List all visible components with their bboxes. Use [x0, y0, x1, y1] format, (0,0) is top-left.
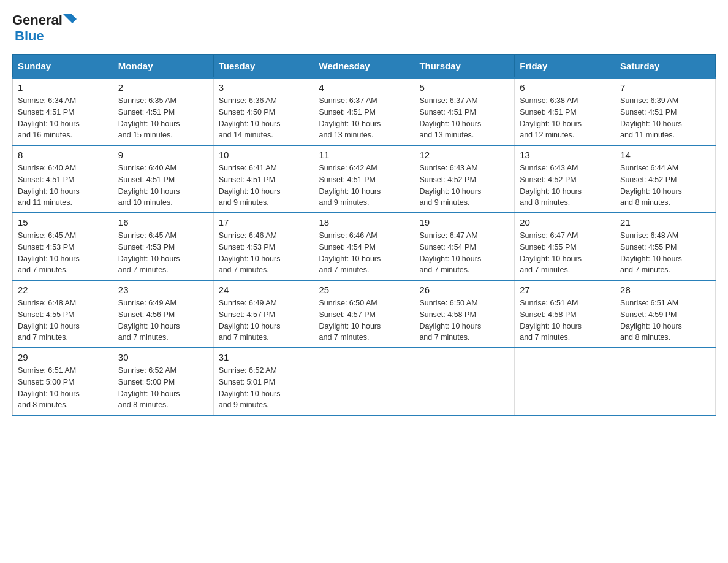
day-info: Sunrise: 6:50 AM Sunset: 4:57 PM Dayligh…: [319, 297, 409, 343]
header-thursday: Thursday: [414, 55, 515, 79]
header-monday: Monday: [113, 55, 213, 79]
day-number: 16: [118, 217, 208, 228]
day-cell: [314, 348, 414, 415]
day-number: 4: [319, 82, 409, 93]
day-info: Sunrise: 6:40 AM Sunset: 4:51 PM Dayligh…: [118, 163, 208, 209]
day-info: Sunrise: 6:47 AM Sunset: 4:55 PM Dayligh…: [520, 230, 610, 276]
week-row-1: 1 Sunrise: 6:34 AM Sunset: 4:51 PM Dayli…: [13, 78, 716, 145]
week-row-5: 29 Sunrise: 6:51 AM Sunset: 5:00 PM Dayl…: [13, 348, 716, 415]
day-number: 5: [419, 82, 509, 93]
day-cell: 5 Sunrise: 6:37 AM Sunset: 4:51 PM Dayli…: [414, 78, 515, 145]
day-info: Sunrise: 6:45 AM Sunset: 4:53 PM Dayligh…: [18, 230, 108, 276]
day-info: Sunrise: 6:51 AM Sunset: 4:59 PM Dayligh…: [620, 297, 710, 343]
calendar-header-row: SundayMondayTuesdayWednesdayThursdayFrid…: [13, 55, 716, 79]
day-cell: 28 Sunrise: 6:51 AM Sunset: 4:59 PM Dayl…: [615, 280, 716, 348]
day-info: Sunrise: 6:36 AM Sunset: 4:50 PM Dayligh…: [219, 95, 309, 141]
day-number: 29: [18, 352, 108, 362]
week-row-2: 8 Sunrise: 6:40 AM Sunset: 4:51 PM Dayli…: [13, 145, 716, 213]
day-info: Sunrise: 6:52 AM Sunset: 5:01 PM Dayligh…: [219, 365, 309, 411]
day-number: 12: [419, 150, 509, 160]
day-number: 25: [319, 285, 409, 295]
day-info: Sunrise: 6:48 AM Sunset: 4:55 PM Dayligh…: [620, 230, 710, 276]
day-cell: [515, 348, 615, 415]
day-cell: 16 Sunrise: 6:45 AM Sunset: 4:53 PM Dayl…: [113, 213, 213, 280]
calendar-table: SundayMondayTuesdayWednesdayThursdayFrid…: [12, 54, 716, 416]
day-info: Sunrise: 6:50 AM Sunset: 4:58 PM Dayligh…: [419, 297, 509, 343]
day-number: 2: [118, 82, 208, 93]
logo-general-text: General: [12, 12, 63, 28]
day-number: 22: [18, 285, 108, 295]
day-cell: 3 Sunrise: 6:36 AM Sunset: 4:50 PM Dayli…: [213, 78, 314, 145]
day-number: 13: [520, 150, 610, 160]
day-info: Sunrise: 6:37 AM Sunset: 4:51 PM Dayligh…: [319, 95, 409, 141]
day-number: 23: [118, 285, 208, 295]
day-cell: 15 Sunrise: 6:45 AM Sunset: 4:53 PM Dayl…: [13, 213, 113, 280]
day-number: 28: [620, 285, 710, 295]
day-cell: 24 Sunrise: 6:49 AM Sunset: 4:57 PM Dayl…: [213, 280, 314, 348]
day-info: Sunrise: 6:45 AM Sunset: 4:53 PM Dayligh…: [118, 230, 208, 276]
day-cell: 14 Sunrise: 6:44 AM Sunset: 4:52 PM Dayl…: [615, 145, 716, 213]
day-info: Sunrise: 6:52 AM Sunset: 5:00 PM Dayligh…: [118, 365, 208, 411]
day-info: Sunrise: 6:34 AM Sunset: 4:51 PM Dayligh…: [18, 95, 108, 141]
day-info: Sunrise: 6:37 AM Sunset: 4:51 PM Dayligh…: [419, 95, 509, 141]
week-row-4: 22 Sunrise: 6:48 AM Sunset: 4:55 PM Dayl…: [13, 280, 716, 348]
day-info: Sunrise: 6:48 AM Sunset: 4:55 PM Dayligh…: [18, 297, 108, 343]
day-info: Sunrise: 6:47 AM Sunset: 4:54 PM Dayligh…: [419, 230, 509, 276]
logo: General Blue: [12, 12, 77, 44]
day-info: Sunrise: 6:43 AM Sunset: 4:52 PM Dayligh…: [520, 163, 610, 209]
day-cell: 18 Sunrise: 6:46 AM Sunset: 4:54 PM Dayl…: [314, 213, 414, 280]
day-info: Sunrise: 6:46 AM Sunset: 4:53 PM Dayligh…: [219, 230, 309, 276]
day-info: Sunrise: 6:40 AM Sunset: 4:51 PM Dayligh…: [18, 163, 108, 209]
day-number: 7: [620, 82, 710, 93]
day-cell: 4 Sunrise: 6:37 AM Sunset: 4:51 PM Dayli…: [314, 78, 414, 145]
day-info: Sunrise: 6:49 AM Sunset: 4:56 PM Dayligh…: [118, 297, 208, 343]
day-cell: 13 Sunrise: 6:43 AM Sunset: 4:52 PM Dayl…: [515, 145, 615, 213]
day-cell: 19 Sunrise: 6:47 AM Sunset: 4:54 PM Dayl…: [414, 213, 515, 280]
day-number: 19: [419, 217, 509, 228]
day-info: Sunrise: 6:49 AM Sunset: 4:57 PM Dayligh…: [219, 297, 309, 343]
day-cell: 22 Sunrise: 6:48 AM Sunset: 4:55 PM Dayl…: [13, 280, 113, 348]
day-cell: 25 Sunrise: 6:50 AM Sunset: 4:57 PM Dayl…: [314, 280, 414, 348]
day-number: 8: [18, 150, 108, 160]
day-cell: 7 Sunrise: 6:39 AM Sunset: 4:51 PM Dayli…: [615, 78, 716, 145]
day-number: 24: [219, 285, 309, 295]
day-number: 17: [219, 217, 309, 228]
day-number: 27: [520, 285, 610, 295]
day-cell: 9 Sunrise: 6:40 AM Sunset: 4:51 PM Dayli…: [113, 145, 213, 213]
day-cell: 8 Sunrise: 6:40 AM Sunset: 4:51 PM Dayli…: [13, 145, 113, 213]
day-number: 1: [18, 82, 108, 93]
day-number: 15: [18, 217, 108, 228]
day-cell: 26 Sunrise: 6:50 AM Sunset: 4:58 PM Dayl…: [414, 280, 515, 348]
day-cell: 21 Sunrise: 6:48 AM Sunset: 4:55 PM Dayl…: [615, 213, 716, 280]
day-cell: 29 Sunrise: 6:51 AM Sunset: 5:00 PM Dayl…: [13, 348, 113, 415]
header-sunday: Sunday: [13, 55, 113, 79]
day-number: 21: [620, 217, 710, 228]
day-cell: 23 Sunrise: 6:49 AM Sunset: 4:56 PM Dayl…: [113, 280, 213, 348]
header-friday: Friday: [515, 55, 615, 79]
day-info: Sunrise: 6:51 AM Sunset: 4:58 PM Dayligh…: [520, 297, 610, 343]
header-wednesday: Wednesday: [314, 55, 414, 79]
day-info: Sunrise: 6:43 AM Sunset: 4:52 PM Dayligh…: [419, 163, 509, 209]
day-info: Sunrise: 6:44 AM Sunset: 4:52 PM Dayligh…: [620, 163, 710, 209]
svg-marker-0: [63, 14, 72, 23]
day-cell: [414, 348, 515, 415]
day-cell: 17 Sunrise: 6:46 AM Sunset: 4:53 PM Dayl…: [213, 213, 314, 280]
day-cell: 12 Sunrise: 6:43 AM Sunset: 4:52 PM Dayl…: [414, 145, 515, 213]
day-info: Sunrise: 6:35 AM Sunset: 4:51 PM Dayligh…: [118, 95, 208, 141]
day-cell: 30 Sunrise: 6:52 AM Sunset: 5:00 PM Dayl…: [113, 348, 213, 415]
day-cell: 20 Sunrise: 6:47 AM Sunset: 4:55 PM Dayl…: [515, 213, 615, 280]
day-number: 18: [319, 217, 409, 228]
day-info: Sunrise: 6:42 AM Sunset: 4:51 PM Dayligh…: [319, 163, 409, 209]
header-saturday: Saturday: [615, 55, 716, 79]
logo-blue-text: Blue: [15, 28, 44, 44]
day-cell: 27 Sunrise: 6:51 AM Sunset: 4:58 PM Dayl…: [515, 280, 615, 348]
day-cell: 6 Sunrise: 6:38 AM Sunset: 4:51 PM Dayli…: [515, 78, 615, 145]
week-row-3: 15 Sunrise: 6:45 AM Sunset: 4:53 PM Dayl…: [13, 213, 716, 280]
day-number: 9: [118, 150, 208, 160]
day-number: 6: [520, 82, 610, 93]
header-tuesday: Tuesday: [213, 55, 314, 79]
day-number: 20: [520, 217, 610, 228]
day-cell: 10 Sunrise: 6:41 AM Sunset: 4:51 PM Dayl…: [213, 145, 314, 213]
day-number: 3: [219, 82, 309, 93]
day-cell: 31 Sunrise: 6:52 AM Sunset: 5:01 PM Dayl…: [213, 348, 314, 415]
